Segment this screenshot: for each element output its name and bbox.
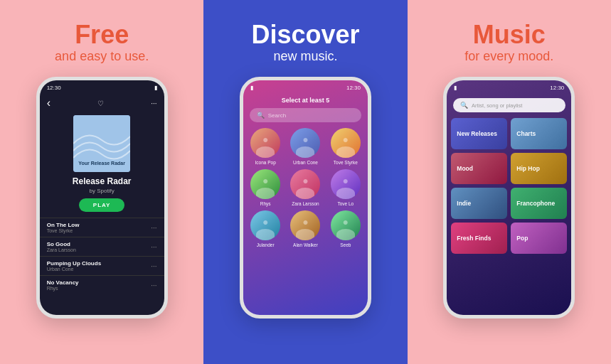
artist-item-0[interactable]: Icona Pop bbox=[248, 128, 283, 165]
artist-name-1: Urban Cone bbox=[293, 160, 318, 165]
artist-name-0: Icona Pop bbox=[255, 160, 276, 165]
search-icon: 🔍 bbox=[257, 112, 265, 119]
category-indie-label: Indie bbox=[457, 200, 471, 208]
track-2-name: Pumping Up Clouds bbox=[47, 260, 101, 267]
artist-item-4[interactable]: Zara Larsson bbox=[287, 169, 323, 206]
artist-item-1[interactable]: Urban Cone bbox=[287, 128, 323, 165]
phone2-search-text: Search bbox=[268, 112, 286, 119]
phone3-battery-icon: ▮ bbox=[454, 85, 457, 91]
category-charts[interactable]: Charts bbox=[511, 118, 567, 149]
category-francophone-label: Francophone bbox=[516, 200, 555, 208]
track-3-more-icon[interactable]: ··· bbox=[151, 282, 156, 289]
phone1-track-artist: by Spotify bbox=[90, 188, 115, 194]
phone3-search-bar[interactable]: 🔍 Artist, song or playlist bbox=[453, 98, 565, 112]
artist-name-8: Seeb bbox=[340, 242, 351, 247]
left-headline-sub: and easy to use. bbox=[55, 49, 149, 64]
artist-avatar-4 bbox=[290, 169, 320, 199]
phone2-status-bar: ▮ 12:30 bbox=[243, 80, 368, 94]
artist-item-7[interactable]: Alan Walker bbox=[287, 210, 323, 247]
category-mood-label: Mood bbox=[457, 165, 473, 173]
track-0-more-icon[interactable]: ··· bbox=[151, 224, 156, 232]
phone3-time: 12:30 bbox=[550, 85, 564, 91]
phone1-heart-icon[interactable]: ♡ bbox=[97, 100, 104, 107]
panel-left: Free and easy to use. 12:30 ▮ ‹ ♡ ··· Yo bbox=[0, 0, 203, 364]
artist-avatar-3 bbox=[250, 169, 280, 199]
center-headline-sub: new music. bbox=[251, 49, 359, 64]
artist-avatar-8 bbox=[331, 210, 361, 240]
phone1-nav: ‹ ♡ ··· bbox=[40, 94, 164, 112]
phone-2-screen: ▮ 12:30 Select at least 5 🔍 Search Icona… bbox=[243, 80, 368, 315]
category-pop-label: Pop bbox=[516, 235, 528, 242]
right-headline: Music for every mood. bbox=[464, 20, 553, 64]
right-headline-main: Music bbox=[464, 20, 553, 49]
track-1-more-icon[interactable]: ··· bbox=[151, 243, 156, 251]
left-headline-main: Free bbox=[55, 20, 149, 49]
artist-avatar-1 bbox=[290, 128, 320, 158]
artist-item-3[interactable]: Rhys bbox=[248, 169, 283, 206]
category-francophone[interactable]: Francophone bbox=[511, 188, 567, 219]
artist-avatar-2 bbox=[331, 128, 361, 158]
phone2-search-bar[interactable]: 🔍 Search bbox=[250, 108, 362, 122]
category-new-releases[interactable]: New Releases bbox=[451, 118, 507, 149]
track-2-artist: Urban Cone bbox=[47, 267, 101, 272]
artist-name-3: Rhys bbox=[260, 201, 271, 206]
artist-avatar-7 bbox=[290, 210, 320, 240]
artist-name-4: Zara Larsson bbox=[292, 201, 319, 206]
track-3-artist: Rhys bbox=[47, 286, 79, 291]
track-row-1: So Good Zara Larsson ··· bbox=[40, 237, 164, 256]
category-hiphop-label: Hip Hop bbox=[516, 165, 540, 173]
phone1-battery-icon: ▮ bbox=[154, 85, 157, 91]
phone2-prompt: Select at least 5 bbox=[282, 97, 330, 104]
artist-item-5[interactable]: Tove Lo bbox=[328, 169, 363, 206]
category-charts-label: Charts bbox=[516, 130, 536, 138]
category-mood[interactable]: Mood bbox=[451, 153, 507, 184]
track-3-name: No Vacancy bbox=[47, 279, 79, 286]
artist-avatar-6 bbox=[250, 210, 280, 240]
category-fresh-finds-label: Fresh Finds bbox=[457, 235, 491, 242]
phone3-search-text: Artist, song or playlist bbox=[472, 102, 522, 109]
phone-2-frame: ▮ 12:30 Select at least 5 🔍 Search Icona… bbox=[240, 77, 371, 318]
phone-1-screen: 12:30 ▮ ‹ ♡ ··· Your Release Radar Relea… bbox=[40, 80, 164, 315]
category-pop[interactable]: Pop bbox=[511, 223, 567, 254]
search-icon-3: 🔍 bbox=[460, 102, 468, 109]
track-0-artist: Tove Styrke bbox=[47, 228, 80, 233]
left-headline: Free and easy to use. bbox=[55, 20, 149, 64]
panel-center: Discover new music. ▮ 12:30 Select at le… bbox=[203, 0, 407, 364]
phone2-battery-icon: ▮ bbox=[250, 85, 253, 91]
track-row-2: Pumping Up Clouds Urban Cone ··· bbox=[40, 256, 164, 275]
artist-avatar-0 bbox=[250, 128, 280, 158]
artist-avatar-5 bbox=[331, 169, 361, 199]
phone1-album-label: Your Release Radar bbox=[73, 160, 130, 166]
category-new-releases-label: New Releases bbox=[457, 130, 497, 138]
phone1-status-bar: 12:30 ▮ bbox=[40, 80, 164, 94]
phone1-back-icon[interactable]: ‹ bbox=[47, 97, 51, 109]
panel-right: Music for every mood. ▮ 12:30 🔍 Artist, … bbox=[408, 0, 611, 364]
artist-name-7: Alan Walker bbox=[293, 242, 318, 247]
category-indie[interactable]: Indie bbox=[451, 188, 507, 219]
center-headline-main: Discover bbox=[251, 20, 359, 49]
phone3-status-bar: ▮ 12:30 bbox=[447, 80, 571, 94]
category-fresh-finds[interactable]: Fresh Finds bbox=[451, 223, 507, 254]
phone1-time: 12:30 bbox=[47, 85, 61, 91]
track-2-more-icon[interactable]: ··· bbox=[151, 262, 156, 270]
track-1-name: So Good bbox=[47, 241, 76, 247]
phone1-play-button[interactable]: PLAY bbox=[79, 198, 125, 212]
artist-name-2: Tove Styrke bbox=[334, 160, 358, 165]
phone1-more-icon[interactable]: ··· bbox=[151, 100, 156, 107]
phone1-album-art: Your Release Radar bbox=[73, 115, 130, 172]
track-1-artist: Zara Larsson bbox=[47, 247, 76, 252]
category-hiphop[interactable]: Hip Hop bbox=[511, 153, 567, 184]
track-0-name: On The Low bbox=[47, 222, 80, 228]
phone1-track-title: Release Radar bbox=[73, 176, 132, 186]
phone-1-frame: 12:30 ▮ ‹ ♡ ··· Your Release Radar Relea… bbox=[36, 77, 168, 318]
browse-categories-grid: New Releases Charts Mood Hip Hop Indie F… bbox=[447, 118, 571, 254]
right-headline-sub: for every mood. bbox=[464, 49, 553, 64]
phone-3-frame: ▮ 12:30 🔍 Artist, song or playlist New R… bbox=[443, 77, 575, 318]
artist-item-8[interactable]: Seeb bbox=[328, 210, 363, 247]
center-headline: Discover new music. bbox=[251, 20, 359, 64]
artist-name-6: Julander bbox=[257, 242, 275, 247]
artist-item-6[interactable]: Julander bbox=[248, 210, 283, 247]
artist-item-2[interactable]: Tove Styrke bbox=[328, 128, 363, 165]
artist-name-5: Tove Lo bbox=[337, 201, 354, 206]
artists-grid: Icona Pop Urban Cone Tove Styrke bbox=[243, 128, 368, 247]
